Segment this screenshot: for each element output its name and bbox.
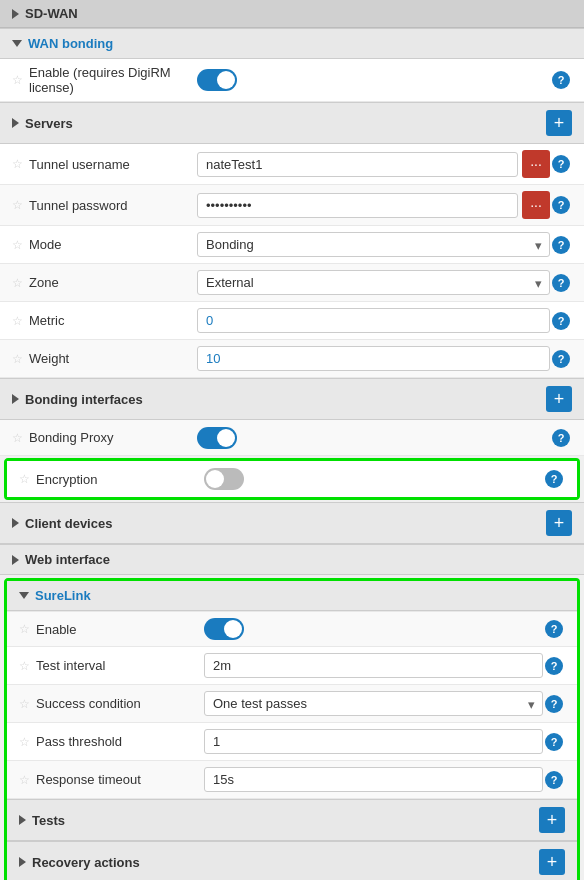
web-interface-collapse-icon [12,555,19,565]
success-condition-help-icon[interactable]: ? [545,695,563,713]
tests-add-button[interactable]: + [539,807,565,833]
tunnel-username-menu-button[interactable]: ··· [522,150,550,178]
encryption-help-icon[interactable]: ? [545,470,563,488]
weight-row: ☆ Weight ? [0,340,584,378]
zone-help-icon[interactable]: ? [552,274,570,292]
weight-star-icon: ☆ [12,352,23,366]
test-interval-help[interactable]: ? [543,657,565,675]
metric-control [197,308,550,333]
enable-help[interactable]: ? [550,71,572,89]
metric-star-icon: ☆ [12,314,23,328]
mode-help-icon[interactable]: ? [552,236,570,254]
success-condition-select-wrapper: One test passes [204,691,543,716]
enable-toggle[interactable] [197,69,237,91]
recovery-actions-header[interactable]: Recovery actions + [7,841,577,880]
client-devices-header[interactable]: Client devices + [0,502,584,544]
bonding-proxy-toggle-thumb [217,429,235,447]
bonding-proxy-toggle[interactable] [197,427,237,449]
bonding-interfaces-header-left: Bonding interfaces [12,392,143,407]
wan-bonding-title: WAN bonding [28,36,113,51]
recovery-actions-title: Recovery actions [32,855,140,870]
encryption-toggle[interactable] [204,468,244,490]
response-timeout-input[interactable] [204,767,543,792]
weight-help[interactable]: ? [550,350,572,368]
weight-control [197,346,550,371]
zone-select[interactable]: External [197,270,550,295]
test-interval-input[interactable] [204,653,543,678]
servers-add-button[interactable]: + [546,110,572,136]
recovery-actions-add-button[interactable]: + [539,849,565,875]
metric-row: ☆ Metric ? [0,302,584,340]
response-timeout-help[interactable]: ? [543,771,565,789]
client-devices-title: Client devices [25,516,112,531]
pass-threshold-star-icon: ☆ [19,735,30,749]
test-interval-star-icon: ☆ [19,659,30,673]
web-interface-title: Web interface [25,552,110,567]
response-timeout-star-icon: ☆ [19,773,30,787]
bonding-proxy-label-container: ☆ Bonding Proxy [12,430,197,445]
test-interval-label: Test interval [36,658,105,673]
success-condition-select[interactable]: One test passes [204,691,543,716]
zone-help[interactable]: ? [550,274,572,292]
test-interval-help-icon[interactable]: ? [545,657,563,675]
tests-title: Tests [32,813,65,828]
enable-toggle-track [197,69,237,91]
tests-header[interactable]: Tests + [7,799,577,841]
surelink-enable-help-icon[interactable]: ? [545,620,563,638]
tunnel-password-help-icon[interactable]: ? [552,196,570,214]
zone-row: ☆ Zone External ? [0,264,584,302]
zone-control: External [197,270,550,295]
bonding-proxy-control [197,427,550,449]
tunnel-password-input[interactable] [197,193,518,218]
weight-input[interactable] [197,346,550,371]
encryption-label: Encryption [36,472,97,487]
pass-threshold-input[interactable] [204,729,543,754]
mode-select[interactable]: Bonding [197,232,550,257]
tunnel-username-label: Tunnel username [29,157,130,172]
bonding-proxy-help[interactable]: ? [550,429,572,447]
bonding-interfaces-header[interactable]: Bonding interfaces + [0,378,584,420]
tunnel-password-label: Tunnel password [29,198,128,213]
enable-label-container: ☆ Enable (requires DigiRM license) [12,65,197,95]
tunnel-username-label-container: ☆ Tunnel username [12,157,197,172]
mode-label: Mode [29,237,62,252]
tunnel-username-help[interactable]: ? [550,155,572,173]
tunnel-username-help-icon[interactable]: ? [552,155,570,173]
weight-help-icon[interactable]: ? [552,350,570,368]
tunnel-password-input-group: ··· [197,191,550,219]
tunnel-username-row: ☆ Tunnel username ··· ? [0,144,584,185]
mode-help[interactable]: ? [550,236,572,254]
success-condition-help[interactable]: ? [543,695,565,713]
metric-help[interactable]: ? [550,312,572,330]
encryption-help[interactable]: ? [543,470,565,488]
servers-header[interactable]: Servers + [0,102,584,144]
metric-help-icon[interactable]: ? [552,312,570,330]
weight-label: Weight [29,351,69,366]
encryption-toggle-track [204,468,244,490]
pass-threshold-help-icon[interactable]: ? [545,733,563,751]
enable-help-icon[interactable]: ? [552,71,570,89]
metric-input[interactable] [197,308,550,333]
response-timeout-row: ☆ Response timeout ? [7,761,577,799]
encryption-highlight-box: ☆ Encryption ? [4,458,580,500]
metric-label-container: ☆ Metric [12,313,197,328]
bonding-interfaces-add-button[interactable]: + [546,386,572,412]
wan-bonding-header[interactable]: WAN bonding [0,28,584,59]
client-devices-add-button[interactable]: + [546,510,572,536]
tunnel-password-menu-button[interactable]: ··· [522,191,550,219]
tunnel-username-input[interactable] [197,152,518,177]
surelink-header[interactable]: SureLink [7,581,577,611]
surelink-enable-help[interactable]: ? [543,620,565,638]
success-condition-control: One test passes [204,691,543,716]
success-condition-label: Success condition [36,696,141,711]
recovery-actions-header-left: Recovery actions [19,855,140,870]
bonding-proxy-help-icon[interactable]: ? [552,429,570,447]
tunnel-password-row: ☆ Tunnel password ··· ? [0,185,584,226]
response-timeout-help-icon[interactable]: ? [545,771,563,789]
pass-threshold-help[interactable]: ? [543,733,565,751]
web-interface-header[interactable]: Web interface [0,544,584,575]
tunnel-password-help[interactable]: ? [550,196,572,214]
surelink-enable-toggle[interactable] [204,618,244,640]
surelink-enable-row: ☆ Enable ? [7,611,577,647]
mode-label-container: ☆ Mode [12,237,197,252]
